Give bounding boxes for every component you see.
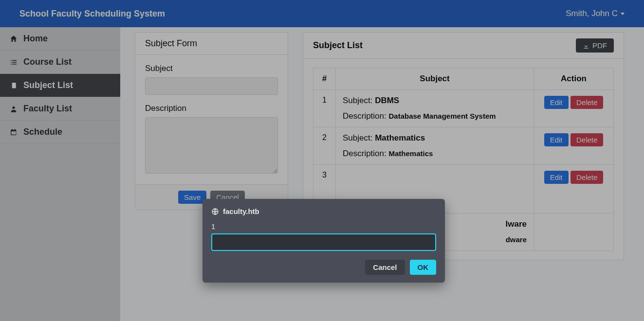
dialog-cancel-button[interactable]: Cancel — [365, 260, 405, 275]
row-subject-cell: Subject: Mathematics Description: Mathem… — [336, 127, 534, 165]
download-icon — [583, 41, 589, 50]
delete-button[interactable]: Delete — [570, 171, 603, 184]
book-icon — [9, 80, 18, 90]
sidebar-item-subject-list[interactable]: Subject List — [0, 74, 120, 97]
description-label: Description — [145, 104, 278, 113]
subject-desc-partial: dware — [506, 235, 527, 244]
subject-name-partial: lware — [506, 219, 527, 229]
user-icon — [9, 104, 18, 114]
description-textarea[interactable] — [145, 117, 278, 174]
edit-button[interactable]: Edit — [544, 133, 569, 146]
row-subject-cell: Subject: DBMS Description: Database Mana… — [336, 90, 534, 127]
subject-desc: Database Management System — [388, 112, 496, 120]
list-title: Subject List — [313, 40, 363, 51]
sidebar-item-label: Schedule — [23, 127, 62, 137]
dialog-host: faculty.htb — [223, 207, 259, 215]
globe-icon — [211, 207, 219, 215]
table-row: 1 Subject: DBMS Description: Database Ma… — [313, 90, 614, 127]
list-icon — [9, 57, 18, 67]
row-index: 2 — [313, 127, 336, 165]
sidebar-item-label: Faculty List — [23, 104, 72, 114]
chevron-down-icon — [621, 13, 625, 15]
subject-label: Subject — [145, 64, 278, 73]
dialog-prompt-text: 1 — [211, 222, 436, 231]
row-index: 1 — [313, 90, 336, 127]
svg-point-0 — [12, 107, 15, 109]
user-menu[interactable]: Smith, John C — [566, 9, 625, 18]
delete-button[interactable]: Delete — [570, 133, 603, 146]
subject-input[interactable] — [145, 77, 278, 95]
col-action: Action — [534, 68, 614, 90]
pdf-button[interactable]: PDF — [576, 38, 614, 53]
sidebar-item-label: Course List — [23, 57, 72, 67]
edit-button[interactable]: Edit — [544, 171, 569, 184]
pdf-label: PDF — [592, 41, 607, 50]
dialog-ok-button[interactable]: OK — [410, 260, 437, 275]
sidebar-item-label: Subject List — [23, 80, 73, 90]
subject-desc: Mathematics — [388, 149, 433, 158]
sidebar-item-faculty-list[interactable]: Faculty List — [0, 97, 120, 121]
calendar-icon — [9, 127, 18, 137]
dialog-input[interactable] — [211, 233, 436, 251]
delete-button[interactable]: Delete — [570, 96, 603, 109]
sidebar-item-home[interactable]: Home — [0, 27, 120, 51]
table-row: 2 Subject: Mathematics Description: Math… — [313, 127, 614, 165]
navbar: School Faculty Scheduling System Smith, … — [0, 0, 644, 27]
app-title: School Faculty Scheduling System — [19, 9, 165, 19]
sidebar-item-label: Home — [23, 34, 48, 44]
home-icon — [9, 34, 18, 44]
col-idx: # — [313, 68, 336, 90]
sidebar-item-course-list[interactable]: Course List — [0, 51, 120, 74]
sidebar: Home Course List Subject List Faculty Li… — [0, 27, 120, 321]
subject-name: Mathematics — [375, 133, 425, 143]
subject-form-panel: Subject Form Subject Description Save Ca… — [135, 32, 288, 210]
sidebar-item-schedule[interactable]: Schedule — [0, 121, 120, 144]
col-subject: Subject — [336, 68, 534, 90]
user-name: Smith, John C — [566, 9, 618, 18]
subject-name: DBMS — [375, 96, 399, 105]
edit-button[interactable]: Edit — [544, 96, 569, 109]
form-title: Subject Form — [135, 33, 288, 55]
prompt-dialog: faculty.htb 1 Cancel OK — [202, 199, 445, 283]
